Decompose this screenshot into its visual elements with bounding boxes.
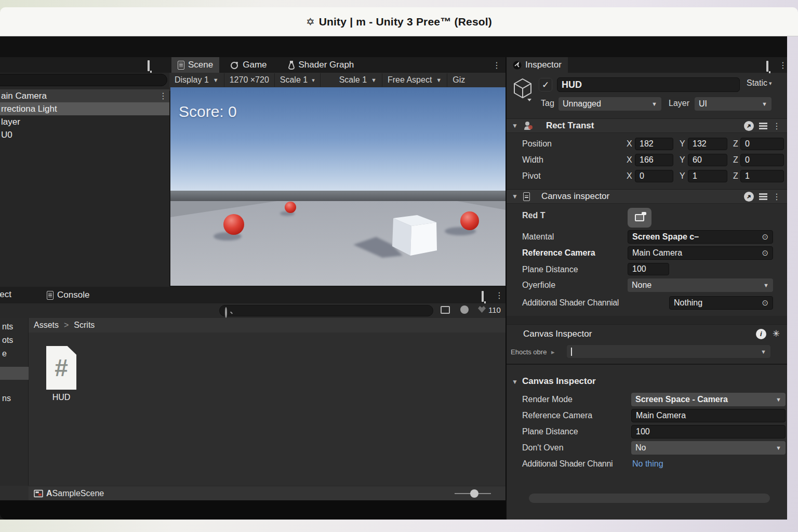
folder-item[interactable]: e bbox=[0, 347, 29, 360]
shader-channels-label: Additional Shader Channial bbox=[522, 298, 619, 308]
favorites-icon[interactable] bbox=[478, 306, 486, 313]
active-checkbox[interactable]: ✓ bbox=[539, 78, 552, 91]
game-view-control-bar: Display 1 ▼ 1270 ×720 Scale 1 ▾ Scale 1 … bbox=[169, 73, 506, 87]
plane-distance-field[interactable]: 100 bbox=[628, 263, 669, 275]
pivot-x-field[interactable]: 0 bbox=[635, 170, 673, 182]
static-dropdown[interactable]: Static ▾ bbox=[747, 78, 772, 88]
kebab-menu-icon[interactable]: ⋮ bbox=[779, 60, 787, 70]
slider-handle[interactable] bbox=[470, 489, 478, 498]
breadcrumb-folder[interactable]: Scrits bbox=[74, 321, 95, 330]
tab-scene[interactable]: Scene bbox=[171, 57, 219, 73]
display-dropdown[interactable]: Display 1 ▼ bbox=[169, 73, 224, 87]
canvas-inspector3-title: Canvas Inspector bbox=[522, 376, 596, 387]
shader-channels-value[interactable]: No thing bbox=[632, 459, 663, 469]
kebab-menu-icon[interactable]: ⋮ bbox=[493, 60, 501, 70]
tab-console[interactable]: Console bbox=[41, 287, 96, 303]
foldout-icon[interactable]: ▼ bbox=[512, 378, 518, 385]
canvas-inspector2-header[interactable]: Canvas Inspector i ✳ bbox=[507, 324, 787, 343]
chevron-down-icon: ▼ bbox=[776, 396, 781, 403]
scale-dropdown-right[interactable]: Scale 1 ▼ bbox=[334, 73, 382, 87]
help-icon[interactable]: ➜ bbox=[744, 192, 754, 202]
pin-icon[interactable] bbox=[766, 61, 768, 72]
gameobject-cube-icon bbox=[512, 77, 534, 102]
tag-dropdown[interactable]: Unnagged ▼ bbox=[558, 97, 661, 111]
kebab-menu-icon[interactable]: ⋮ bbox=[773, 121, 781, 131]
folder-item[interactable]: ots bbox=[0, 334, 29, 347]
aspect-dropdown[interactable]: Free Aspect ▼ bbox=[382, 73, 447, 87]
breadcrumb-root[interactable]: Assets bbox=[34, 321, 59, 330]
tab-shader-graph[interactable]: Shader Graph bbox=[282, 57, 361, 73]
help-icon[interactable]: ➜ bbox=[744, 121, 754, 131]
project-toolbar: 110 bbox=[0, 303, 506, 318]
width-z-field[interactable]: 0 bbox=[740, 154, 784, 166]
width-x-field[interactable]: 166 bbox=[635, 154, 673, 166]
reference-camera-field[interactable]: Main Camera bbox=[631, 409, 786, 422]
position-x-field[interactable]: 182 bbox=[635, 138, 673, 150]
tab-inspector[interactable]: Inspector bbox=[507, 57, 568, 73]
folder-item-selected[interactable] bbox=[0, 367, 29, 380]
info-icon[interactable]: i bbox=[756, 329, 766, 339]
object-picker-icon[interactable]: ⊙ bbox=[762, 248, 768, 258]
presets-icon[interactable] bbox=[759, 123, 767, 129]
material-field[interactable]: Screen Spape c– ⊙ bbox=[628, 230, 773, 244]
zoom-slider[interactable] bbox=[455, 493, 491, 494]
static-label: Static bbox=[747, 78, 767, 88]
object-name-field[interactable]: HUD bbox=[557, 77, 740, 92]
object-picker-icon[interactable]: ⊙ bbox=[762, 298, 768, 308]
reference-camera-field[interactable]: Main Camera ⊙ bbox=[628, 246, 773, 260]
pin-icon[interactable] bbox=[482, 291, 484, 302]
hierarchy-search-input[interactable] bbox=[0, 74, 167, 86]
canvas-inspector-header[interactable]: ▼ Canvas inspector ➜ ⋮ bbox=[507, 189, 787, 204]
shader-graph-icon bbox=[288, 60, 295, 70]
display-label: Display 1 bbox=[175, 75, 209, 85]
window-title-bar: ✡ Unity | m - Unity 3 Pree™ (Resol) bbox=[0, 7, 798, 36]
chevron-down-icon: ▾ bbox=[312, 77, 315, 84]
anchor-preset-button[interactable] bbox=[628, 208, 651, 228]
width-y-field[interactable]: 60 bbox=[688, 154, 727, 166]
tab-label: Shader Graph bbox=[299, 60, 354, 70]
plane-distance-field[interactable]: 100 bbox=[631, 425, 786, 438]
tab-game[interactable]: Game bbox=[224, 57, 273, 73]
hierarchy-item-main-camera[interactable]: ain Camera ⋮ bbox=[0, 89, 169, 102]
rect-transform-header[interactable]: ▼ Rect Transt ➜ ⋮ bbox=[507, 118, 787, 133]
kebab-menu-icon[interactable]: ⋮ bbox=[773, 192, 781, 202]
layer-dropdown[interactable]: UI ▼ bbox=[695, 97, 772, 111]
material-label: Matental bbox=[522, 232, 554, 242]
folder-item[interactable]: ns bbox=[0, 392, 29, 405]
hierarchy-item-directional-light[interactable]: rrectiona Light bbox=[0, 102, 169, 115]
gizmos-toggle[interactable]: Giz bbox=[447, 73, 470, 87]
pin-icon[interactable] bbox=[148, 60, 150, 71]
project-search-input[interactable] bbox=[219, 305, 433, 316]
reference-camera-label: Reference Camera bbox=[522, 411, 592, 420]
main-toolbar: ▼ ≡ ▦ Center vel3 Account ▼ Layers ▼ Lay… bbox=[0, 36, 787, 57]
effects-filter-input[interactable]: ▼ bbox=[566, 344, 771, 358]
hierarchy-item-hud[interactable]: U0 bbox=[0, 128, 169, 141]
asset-hud-script[interactable]: # HUD bbox=[46, 346, 77, 402]
package-icon[interactable] bbox=[441, 306, 450, 314]
kebab-menu-icon[interactable]: ⋮ bbox=[495, 290, 503, 300]
burst-icon[interactable]: ✳ bbox=[773, 328, 780, 339]
shader-channels-field[interactable]: Nothing ⊙ bbox=[669, 296, 773, 310]
scale-dropdown-left[interactable]: Scale 1 ▾ bbox=[275, 73, 321, 87]
presets-icon[interactable] bbox=[759, 193, 767, 200]
tab-project[interactable]: oject bbox=[0, 289, 11, 300]
hierarchy-panel: ain Camera ⋮ rrectiona Light layer U0 bbox=[0, 57, 169, 287]
folder-item[interactable]: nts bbox=[0, 320, 29, 333]
position-y-field[interactable]: 132 bbox=[688, 138, 727, 150]
overflow-dropdown[interactable]: None ▼ bbox=[628, 278, 773, 292]
pivot-z-field[interactable]: 1 bbox=[740, 170, 784, 182]
kebab-menu-icon[interactable]: ⋮ bbox=[159, 91, 167, 101]
position-z-field[interactable]: 0 bbox=[740, 138, 784, 150]
anchor-icon bbox=[635, 214, 644, 221]
scale-label: Scale 1 bbox=[280, 75, 308, 85]
object-picker-icon[interactable]: ⊙ bbox=[762, 232, 768, 242]
visibility-icon[interactable] bbox=[460, 305, 469, 314]
horizontal-scrollbar[interactable] bbox=[529, 494, 770, 503]
project-console-panel: oject Console ⋮ 110 nts ots e ns Assets bbox=[0, 287, 506, 500]
pivot-y-field[interactable]: 1 bbox=[688, 170, 727, 182]
breadcrumb-separator: > bbox=[64, 321, 69, 330]
render-mode-dropdown[interactable]: Screen Space - Camera ▼ bbox=[631, 393, 786, 406]
hierarchy-item-player[interactable]: layer bbox=[0, 115, 169, 128]
tab-label: Inspector bbox=[525, 60, 562, 70]
dont-oven-dropdown[interactable]: No ▼ bbox=[631, 441, 786, 455]
